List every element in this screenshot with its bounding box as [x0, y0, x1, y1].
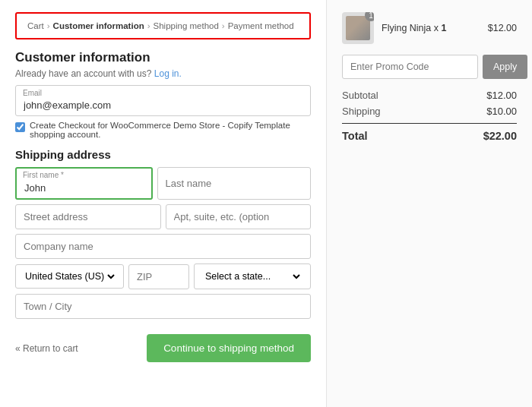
- email-label: Email: [23, 89, 42, 97]
- create-account-checkbox[interactable]: [15, 122, 25, 132]
- product-thumbnail: 1: [342, 12, 374, 44]
- subtotal-value: $12.00: [486, 90, 517, 101]
- total-divider: [342, 123, 517, 124]
- product-price: $12.00: [488, 23, 517, 33]
- product-info: Flying Ninja x 1: [382, 23, 480, 33]
- product-name: Flying Ninja x 1: [382, 23, 446, 33]
- state-select-wrapper[interactable]: Select a state...: [194, 263, 311, 289]
- country-select-wrapper[interactable]: United States (US): [15, 264, 124, 289]
- bottom-bar: « Return to cart Continue to shipping me…: [15, 334, 311, 362]
- promo-row: Apply: [342, 55, 517, 79]
- apply-button[interactable]: Apply: [483, 55, 527, 79]
- street-row: [15, 204, 311, 229]
- breadcrumb-box: Cart › Customer information › Shipping m…: [15, 12, 311, 39]
- total-label: Total: [342, 130, 368, 142]
- city-input[interactable]: [15, 294, 311, 319]
- left-panel: Cart › Customer information › Shipping m…: [0, 0, 327, 407]
- state-dropdown[interactable]: Select a state...: [202, 270, 302, 282]
- create-account-label: Create Checkout for WooCommerce Demo Sto…: [30, 121, 311, 139]
- customer-info-title: Customer information: [15, 50, 311, 65]
- total-row: Total $22.00: [342, 130, 517, 142]
- login-link[interactable]: Log in.: [154, 68, 182, 79]
- company-input[interactable]: [15, 234, 311, 259]
- email-input[interactable]: [15, 85, 311, 116]
- total-value: $22.00: [483, 130, 517, 142]
- country-dropdown[interactable]: United States (US): [22, 270, 117, 282]
- first-name-wrapper: First name *: [15, 167, 153, 200]
- street-input[interactable]: [15, 204, 161, 229]
- shipping-label: Shipping: [342, 106, 381, 117]
- country-row: United States (US) Select a state...: [15, 263, 311, 289]
- product-qty-badge: 1: [365, 12, 374, 21]
- zip-input[interactable]: [128, 264, 189, 289]
- breadcrumb: Cart › Customer information › Shipping m…: [27, 21, 299, 30]
- breadcrumb-sep-3: ›: [222, 21, 225, 30]
- breadcrumb-sep-2: ›: [147, 21, 150, 30]
- email-wrapper: Email: [15, 85, 311, 116]
- shipping-row: Shipping $10.00: [342, 106, 517, 117]
- shipping-title: Shipping address: [15, 148, 311, 161]
- breadcrumb-payment[interactable]: Payment method: [228, 21, 294, 30]
- last-name-input[interactable]: [157, 167, 312, 200]
- product-qty-label: x: [434, 23, 442, 33]
- breadcrumb-cart[interactable]: Cart: [27, 21, 44, 30]
- subtotal-label: Subtotal: [342, 90, 378, 101]
- breadcrumb-shipping-method[interactable]: Shipping method: [154, 21, 219, 30]
- breadcrumb-sep-1: ›: [47, 21, 50, 30]
- shipping-value: $10.00: [486, 106, 517, 117]
- first-name-label: First name *: [23, 171, 64, 179]
- create-account-row: Create Checkout for WooCommerce Demo Sto…: [15, 121, 311, 139]
- subtotal-row: Subtotal $12.00: [342, 90, 517, 101]
- breadcrumb-customer[interactable]: Customer information: [53, 21, 144, 30]
- already-account-text: Already have an account with us? Log in.: [15, 68, 311, 79]
- right-panel: 1 Flying Ninja x 1 $12.00 Apply Subtotal…: [327, 0, 532, 407]
- name-row: First name *: [15, 167, 311, 200]
- return-to-cart-link[interactable]: « Return to cart: [15, 343, 78, 354]
- continue-button[interactable]: Continue to shipping method: [147, 334, 311, 362]
- promo-input[interactable]: [342, 55, 478, 79]
- product-row: 1 Flying Ninja x 1 $12.00: [342, 12, 517, 44]
- apt-input[interactable]: [166, 204, 312, 229]
